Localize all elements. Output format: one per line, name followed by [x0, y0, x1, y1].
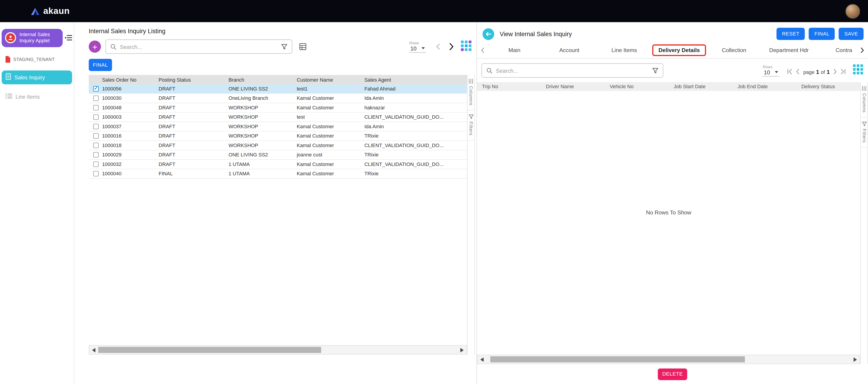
- apps-grid-icon[interactable]: [852, 64, 864, 77]
- filters-side-tab[interactable]: Filters: [861, 118, 867, 148]
- checkbox-cell: [89, 152, 100, 157]
- final-button-detail[interactable]: FINAL: [809, 28, 835, 40]
- detail-column-header[interactable]: Delivery Status: [797, 84, 860, 89]
- row-checkbox[interactable]: [93, 124, 99, 129]
- listing-search-input[interactable]: [120, 43, 278, 50]
- scroll-right-arrow[interactable]: [851, 355, 860, 363]
- detail-tabs: Main Account Line Items Delivery Details: [487, 42, 858, 58]
- final-button[interactable]: FINAL: [89, 59, 112, 71]
- scroll-track[interactable]: [487, 355, 851, 363]
- sidebar-tenant[interactable]: STAGING_TENANT: [0, 55, 74, 65]
- cell-branch: ONE LIVING SS2: [226, 86, 294, 91]
- listing-column-header[interactable]: Posting Status: [156, 77, 226, 82]
- row-checkbox[interactable]: [93, 152, 99, 157]
- scroll-thumb[interactable]: [490, 356, 745, 362]
- reset-button[interactable]: RESET: [776, 28, 805, 40]
- row-checkbox[interactable]: [93, 161, 99, 167]
- sidebar-item-label: Sales Inquiry: [14, 74, 45, 80]
- first-page-icon[interactable]: [787, 69, 793, 75]
- detail-column-header[interactable]: Job End Date: [733, 84, 797, 89]
- listing-table-row[interactable]: 1000032 DRAFT 1 UTAMA Kamal Customer CLI…: [89, 160, 467, 169]
- sidebar-collapse-icon[interactable]: [64, 35, 73, 41]
- columns-side-tab[interactable]: Columns: [861, 82, 867, 118]
- detail-search-input[interactable]: [496, 67, 649, 73]
- listing-table-row[interactable]: 1000048 DRAFT WORKSHOP Kamal Customer ha…: [89, 103, 467, 113]
- filter-icon[interactable]: [652, 67, 658, 73]
- apps-grid-icon[interactable]: [460, 40, 472, 54]
- listing-table-row[interactable]: 1000030 DRAFT OneLiving Branch Kamal Cus…: [89, 94, 467, 103]
- listing-table-row[interactable]: 1000018 DRAFT WORKSHOP Kamal Customer CL…: [89, 141, 467, 150]
- table-view-icon[interactable]: [299, 43, 307, 51]
- scroll-right-arrow[interactable]: [458, 346, 466, 354]
- akaun-logo-icon: [31, 7, 39, 15]
- tabs-scroll-left-icon[interactable]: [478, 47, 487, 53]
- detail-tab[interactable]: Line Items: [597, 45, 652, 56]
- listing-table-row[interactable]: 1000037 DRAFT WORKSHOP Kamal Customer Id…: [89, 122, 467, 131]
- filters-side-tab[interactable]: Filters: [468, 111, 474, 141]
- row-checkbox[interactable]: [93, 86, 99, 91]
- listing-table-row[interactable]: 1000016 DRAFT WORKSHOP Kamal Customer TR…: [89, 131, 467, 141]
- cell-sales-agent: TRixie: [362, 171, 467, 176]
- cell-sales-order-no: 1000056: [100, 86, 156, 91]
- filter-icon[interactable]: [281, 43, 287, 50]
- cell-sales-agent: Ida Amin: [362, 124, 467, 129]
- row-checkbox[interactable]: [93, 114, 99, 120]
- row-checkbox[interactable]: [93, 95, 99, 101]
- listing-table-row[interactable]: 1000003 DRAFT WORKSHOP test CLIENT_VALID…: [89, 113, 467, 122]
- last-page-icon[interactable]: [840, 69, 846, 75]
- detail-tab[interactable]: Delivery Details: [652, 45, 707, 56]
- row-checkbox[interactable]: [93, 171, 99, 176]
- cell-sales-order-no: 1000030: [100, 95, 156, 101]
- detail-tabs-row: Main Account Line Items Delivery Details: [477, 42, 868, 59]
- row-checkbox[interactable]: [93, 143, 99, 148]
- rows-per-page-select[interactable]: 10: [409, 45, 426, 52]
- next-page-icon[interactable]: [833, 69, 837, 75]
- checkbox-cell: [89, 86, 100, 91]
- detail-column-header[interactable]: Trip No: [477, 84, 541, 89]
- save-button[interactable]: SAVE: [839, 28, 864, 40]
- search-icon: [111, 43, 117, 50]
- listing-table-row[interactable]: 1000056 DRAFT ONE LIVING SS2 test1 Fahad…: [89, 84, 467, 94]
- detail-tab[interactable]: Department Hdr: [762, 45, 816, 56]
- sidebar-item-line-items[interactable]: Line Items: [2, 90, 72, 104]
- detail-tab[interactable]: Collection: [707, 45, 762, 56]
- detail-column-header[interactable]: Driver Name: [541, 84, 604, 89]
- listing-table-header: Sales Order No Posting Status Branch Cus…: [89, 75, 467, 84]
- row-checkbox[interactable]: [93, 105, 99, 110]
- detail-column-header[interactable]: Vehicle No: [604, 84, 669, 89]
- row-checkbox[interactable]: [93, 133, 99, 139]
- detail-tab[interactable]: Contra: [816, 45, 858, 56]
- checkbox-cell: [89, 105, 100, 110]
- tab-label: Delivery Details: [652, 45, 706, 56]
- detail-column-header[interactable]: Job Start Date: [669, 84, 732, 89]
- document-icon: [5, 73, 11, 81]
- sidebar-item-sales-inquiry[interactable]: Sales Inquiry: [2, 70, 72, 84]
- add-record-button[interactable]: +: [89, 40, 101, 53]
- akaun-logo[interactable]: akaun: [31, 6, 70, 16]
- columns-side-tab[interactable]: Columns: [468, 75, 474, 111]
- next-page-icon[interactable]: [449, 43, 454, 51]
- listing-column-header[interactable]: Customer Name: [294, 77, 362, 82]
- sidebar-applet-card[interactable]: Internal Sales Inquiry Applet: [2, 29, 62, 47]
- tabs-scroll-right-icon[interactable]: [858, 47, 866, 53]
- detail-tab[interactable]: Account: [542, 45, 597, 56]
- listing-column-header[interactable]: Sales Order No: [100, 77, 156, 82]
- prev-page-icon[interactable]: [796, 69, 800, 75]
- user-avatar[interactable]: [845, 4, 860, 19]
- detail-rows-per-page-select[interactable]: 10: [763, 68, 780, 76]
- cell-branch: ONE LIVING SS2: [226, 152, 294, 157]
- detail-tab[interactable]: Main: [487, 45, 542, 56]
- scroll-left-arrow[interactable]: [89, 346, 98, 354]
- scroll-left-arrow[interactable]: [477, 355, 487, 363]
- scroll-track[interactable]: [98, 346, 458, 354]
- columns-side-label: Columns: [468, 86, 473, 106]
- back-button[interactable]: [483, 28, 494, 39]
- listing-table-row[interactable]: 1000029 DRAFT ONE LIVING SS2 joanne cust…: [89, 150, 467, 159]
- listing-column-header[interactable]: Branch: [226, 77, 294, 82]
- of-word: of: [821, 69, 825, 75]
- prev-page-icon[interactable]: [436, 43, 441, 50]
- delete-button[interactable]: DELETE: [658, 368, 687, 380]
- scroll-thumb[interactable]: [98, 347, 321, 353]
- listing-column-header[interactable]: Sales Agent: [362, 77, 467, 82]
- listing-table-row[interactable]: 1000040 FINAL 1 UTAMA Kamal Customer TRi…: [89, 169, 467, 178]
